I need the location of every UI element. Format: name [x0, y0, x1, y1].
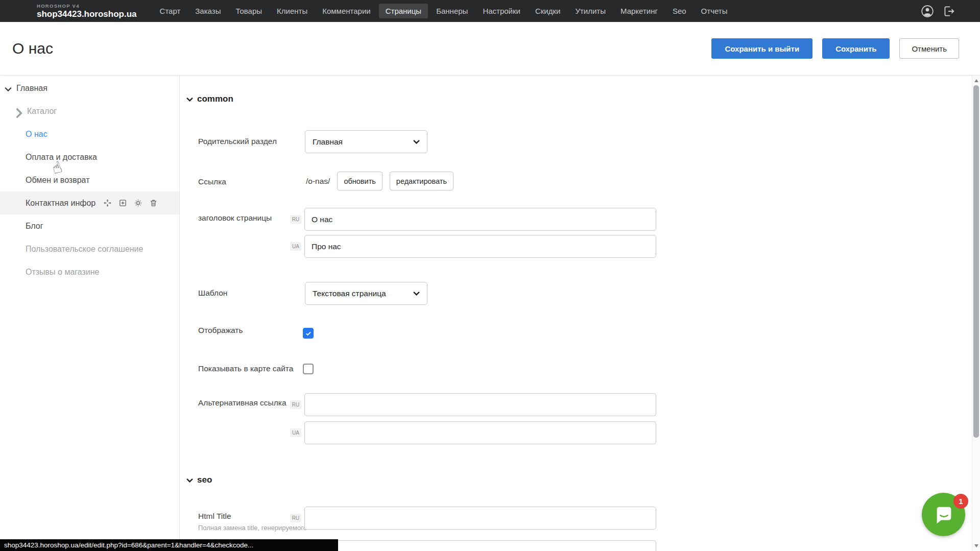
nav-item-comments[interactable]: Комментарии [316, 4, 377, 18]
link-path-value: /o-nas/ [306, 177, 330, 186]
display-checkbox[interactable] [303, 328, 314, 339]
sidebar-item-otzyvy-o-magazine[interactable]: Отзывы о магазине [0, 260, 179, 283]
page-edit-form: common Родительский раздел Главная Ссылк… [180, 76, 972, 551]
alt-link-ua-input[interactable] [304, 421, 656, 444]
sidebar-item-label: Блог [26, 222, 43, 231]
chevron-down-icon [413, 291, 420, 296]
pages-tree-sidebar: Главная Каталог О нас Оплата и доставка … [0, 76, 180, 551]
cancel-button[interactable]: Отменить [899, 38, 959, 59]
scroll-up-arrow-icon[interactable] [974, 79, 978, 82]
section-seo-toggle[interactable]: seo [186, 475, 212, 485]
chevron-down-icon[interactable] [5, 85, 12, 92]
nav-item-utilities[interactable]: Утилиты [568, 4, 612, 18]
page-title: О нас [12, 40, 53, 57]
sidebar-item-obmen-i-vozvrat[interactable]: Обмен и возврат [0, 169, 179, 191]
page-title-ru-input[interactable] [304, 208, 656, 231]
template-select[interactable]: Текстовая страница [305, 282, 427, 305]
page-header: О нас Сохранить и выйти Сохранить Отмени… [0, 22, 980, 76]
nav-item-settings[interactable]: Настройки [476, 4, 527, 18]
sidebar-item-label: Отзывы о магазине [26, 268, 100, 277]
sidebar-item-label: Контактная инфор [26, 199, 95, 208]
settings-gear-icon[interactable] [134, 199, 142, 207]
page-title-field-label: заголовок страницы [198, 213, 272, 223]
chevron-right-icon[interactable] [15, 108, 22, 115]
nav-item-products[interactable]: Товары [229, 4, 269, 18]
top-menu: Старт Заказы Товары Клиенты Комментарии … [153, 4, 734, 18]
logout-icon[interactable] [942, 5, 955, 18]
template-value: Текстовая страница [313, 289, 386, 298]
top-navigation-bar: HOROSHOP V4 shop34423.horoshop.ua Старт … [0, 0, 980, 22]
lang-tag-ru: RU [290, 400, 301, 409]
support-chat-button[interactable]: 1 [922, 493, 965, 536]
sidebar-item-label: Пользовательское соглашение [26, 245, 143, 254]
alt-link-ru-input[interactable] [304, 393, 656, 416]
nav-item-clients[interactable]: Клиенты [270, 4, 314, 18]
lang-tag-ua: UA [290, 242, 301, 251]
sitemap-label: Показывать в карте сайта [198, 364, 293, 373]
section-common-toggle[interactable]: common [186, 94, 233, 104]
move-icon[interactable] [103, 199, 112, 207]
lang-tag-ru: RU [290, 514, 301, 522]
display-label: Отображать [198, 326, 243, 335]
nav-item-discounts[interactable]: Скидки [529, 4, 567, 18]
link-edit-button[interactable]: редактировать [390, 172, 453, 190]
sitemap-checkbox[interactable] [303, 364, 314, 374]
vertical-scrollbar[interactable] [972, 76, 980, 551]
sidebar-item-oplata-i-dostavka[interactable]: Оплата и доставка [0, 146, 179, 169]
status-url: shop34423.horoshop.ua/edit/edit.php?id=6… [4, 541, 253, 549]
alt-link-label: Альтернативная ссылка [198, 398, 286, 408]
brand-logo[interactable]: HOROSHOP V4 shop34423.horoshop.ua [37, 4, 137, 18]
sidebar-item-label: О нас [26, 130, 47, 139]
check-icon [305, 330, 312, 337]
sidebar-item-label: Оплата и доставка [26, 153, 97, 162]
chevron-down-icon [186, 478, 193, 483]
nav-item-pages[interactable]: Страницы [379, 4, 428, 18]
sidebar-item-label: Обмен и возврат [26, 176, 89, 185]
save-and-exit-button[interactable]: Сохранить и выйти [711, 38, 812, 59]
parent-section-label: Родительский раздел [198, 137, 277, 146]
html-title-ua-input[interactable] [304, 540, 656, 551]
chat-bubble-icon [932, 503, 955, 526]
link-refresh-button[interactable]: обновить [337, 172, 382, 190]
nav-item-start[interactable]: Старт [153, 4, 187, 18]
html-title-ru-input[interactable] [304, 507, 656, 530]
nav-item-marketing[interactable]: Маркетинг [614, 4, 664, 18]
page-title-ua-input[interactable] [304, 235, 656, 258]
chat-notification-badge: 1 [953, 494, 968, 509]
template-label: Шаблон [198, 289, 227, 298]
nav-item-banners[interactable]: Баннеры [429, 4, 474, 18]
scrollbar-thumb[interactable] [973, 85, 979, 438]
link-status-bar: shop34423.horoshop.ua/edit/edit.php?id=6… [0, 539, 338, 551]
parent-section-select[interactable]: Главная [305, 130, 427, 153]
section-common-title: common [197, 94, 233, 104]
sidebar-item-label: Главная [16, 84, 47, 93]
add-page-icon[interactable] [118, 199, 127, 207]
sidebar-item-glavnaya[interactable]: Главная [0, 77, 179, 100]
parent-section-value: Главная [313, 137, 343, 147]
sidebar-item-katalog[interactable]: Каталог [0, 100, 179, 123]
nav-item-seo[interactable]: Seo [666, 4, 693, 18]
link-label: Ссылка [198, 177, 226, 186]
user-account-icon[interactable] [921, 5, 934, 18]
brand-domain: shop34423.horoshop.ua [37, 10, 137, 18]
chevron-down-icon [186, 97, 193, 102]
nav-item-reports[interactable]: Отчеты [695, 4, 734, 18]
scroll-down-arrow-icon[interactable] [974, 544, 978, 547]
sidebar-item-polzovatelskoe-soglashenie[interactable]: Пользовательское соглашение [0, 237, 179, 260]
html-title-label: Html Title [198, 512, 231, 521]
sidebar-item-blog[interactable]: Блог [0, 214, 179, 237]
lang-tag-ru: RU [290, 215, 301, 224]
sidebar-item-kontaktnaya-informatsiya[interactable]: Контактная инфор [0, 191, 179, 214]
nav-item-orders[interactable]: Заказы [188, 4, 227, 18]
lang-tag-ua: UA [290, 428, 301, 437]
save-button[interactable]: Сохранить [822, 38, 890, 59]
section-seo-title: seo [197, 475, 212, 485]
brand-version-label: HOROSHOP V4 [37, 4, 137, 9]
sidebar-item-label: Каталог [27, 107, 57, 116]
sidebar-item-o-nas[interactable]: О нас [0, 123, 179, 146]
delete-trash-icon[interactable] [149, 199, 158, 207]
chevron-down-icon [413, 139, 420, 144]
